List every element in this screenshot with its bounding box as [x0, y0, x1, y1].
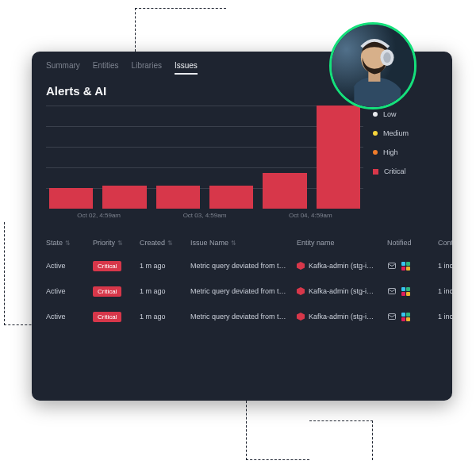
cell-state: Active [46, 287, 90, 295]
legend-item-low: Low [373, 110, 438, 118]
x-axis-labels: Oct 02, 4:59amOct 03, 4:59amOct 04, 4:59… [46, 212, 363, 225]
chart-legend: LowMediumHighCritical [373, 106, 438, 225]
bar [263, 173, 306, 209]
column-header-label: Contains [438, 239, 452, 247]
tab-issues[interactable]: Issues [175, 61, 198, 75]
legend-marker [373, 131, 378, 136]
svg-rect-2 [389, 314, 396, 320]
bar-group [46, 106, 363, 209]
cell-notified [387, 261, 435, 271]
legend-item-critical: Critical [373, 167, 438, 175]
hexagon-icon [297, 313, 305, 321]
legend-label: Critical [384, 167, 406, 175]
tab-entities[interactable]: Entities [93, 61, 119, 75]
cell-issue-name: Metric query deviated from t… [190, 313, 294, 321]
column-header-label: Created [140, 239, 165, 247]
tab-libraries[interactable]: Libraries [132, 61, 162, 75]
entity-label: Kafka-admin (stg-i… [309, 287, 374, 295]
sort-icon: ⇅ [65, 240, 71, 247]
bar [156, 186, 200, 209]
cell-state: Active [46, 262, 90, 270]
slack-icon [401, 262, 410, 271]
alerts-bar-chart: Oct 02, 4:59amOct 03, 4:59amOct 04, 4:59… [46, 106, 363, 225]
column-header-notified: Notified [387, 239, 435, 247]
column-header-entity-name: Entity name [297, 239, 384, 247]
column-header-label: Priority [93, 239, 115, 247]
cell-notified [387, 286, 435, 296]
cell-priority: Critical [93, 262, 136, 270]
legend-marker [373, 169, 378, 175]
table-header-row: State⇅Priority⇅Created⇅Issue Name⇅Entity… [46, 239, 438, 253]
slack-icon [401, 287, 410, 296]
decoration-dash-bottom-2 [309, 420, 373, 460]
mail-icon [387, 312, 397, 321]
decoration-dash-top [135, 8, 226, 52]
priority-badge: Critical [93, 312, 121, 322]
legend-label: High [383, 148, 398, 156]
cell-issue-name: Metric query deviated from t… [190, 287, 294, 295]
cell-contains: 1 incident [438, 313, 452, 321]
avatar-illustration [332, 25, 414, 107]
x-tick-label: Oct 04, 4:59am [289, 212, 332, 225]
bar [317, 106, 360, 209]
table-row[interactable]: ActiveCritical1 m agoMetric query deviat… [46, 304, 438, 329]
priority-badge: Critical [93, 261, 121, 271]
chart-section: Oct 02, 4:59amOct 03, 4:59amOct 04, 4:59… [32, 106, 452, 225]
column-header-contains[interactable]: Contains⇅ [438, 239, 452, 247]
hexagon-icon [297, 262, 305, 270]
cell-priority: Critical [93, 313, 136, 321]
column-header-issue-name[interactable]: Issue Name⇅ [190, 239, 294, 247]
table-body: ActiveCritical1 m agoMetric query deviat… [46, 253, 438, 329]
table-row[interactable]: ActiveCritical1 m agoMetric query deviat… [46, 278, 438, 304]
table-row[interactable]: ActiveCritical1 m agoMetric query deviat… [46, 253, 438, 278]
cell-created: 1 m ago [140, 287, 187, 295]
legend-marker [373, 112, 378, 117]
cell-entity: Kafka-admin (stg-i… [297, 313, 384, 321]
column-header-label: State [46, 239, 63, 247]
hexagon-icon [297, 287, 305, 295]
column-header-created[interactable]: Created⇅ [140, 239, 187, 247]
entity-label: Kafka-admin (stg-i… [309, 313, 374, 321]
cell-created: 1 m ago [140, 262, 187, 270]
x-tick-label: Oct 02, 4:59am [77, 212, 121, 225]
entity-label: Kafka-admin (stg-i… [309, 262, 374, 270]
decoration-dash-bottom-1 [246, 397, 309, 460]
tab-summary[interactable]: Summary [46, 61, 80, 75]
cell-contains: 1 incident [438, 287, 452, 295]
cell-entity: Kafka-admin (stg-i… [297, 287, 384, 295]
sort-icon: ⇅ [231, 240, 236, 247]
column-header-label: Notified [387, 239, 412, 247]
svg-rect-0 [389, 263, 396, 269]
svg-point-7 [383, 52, 390, 63]
issues-table: State⇅Priority⇅Created⇅Issue Name⇅Entity… [32, 225, 452, 329]
mail-icon [387, 261, 397, 271]
legend-label: Medium [383, 129, 409, 137]
legend-item-medium: Medium [373, 129, 438, 137]
sort-icon: ⇅ [117, 240, 123, 247]
legend-item-high: High [373, 148, 438, 156]
bar [49, 188, 93, 209]
column-header-label: Entity name [297, 239, 335, 247]
x-tick-label: Oct 03, 4:59am [183, 212, 227, 225]
column-header-priority[interactable]: Priority⇅ [93, 239, 136, 247]
cell-created: 1 m ago [140, 313, 187, 321]
user-avatar [329, 22, 416, 109]
cell-notified [387, 312, 435, 321]
column-header-state[interactable]: State⇅ [46, 239, 90, 247]
svg-rect-1 [389, 289, 396, 294]
mail-icon [387, 286, 397, 296]
legend-marker [373, 150, 378, 155]
legend-label: Low [383, 110, 397, 118]
cell-contains: 1 incident [438, 262, 452, 270]
slack-icon [401, 313, 410, 321]
bar [102, 186, 146, 209]
cell-entity: Kafka-admin (stg-i… [297, 262, 384, 270]
cell-state: Active [46, 313, 90, 321]
column-header-label: Issue Name [190, 239, 228, 247]
sort-icon: ⇅ [167, 240, 173, 247]
cell-issue-name: Metric query deviated from t… [190, 262, 294, 270]
priority-badge: Critical [93, 286, 121, 297]
bar [209, 186, 253, 209]
cell-priority: Critical [93, 287, 136, 295]
